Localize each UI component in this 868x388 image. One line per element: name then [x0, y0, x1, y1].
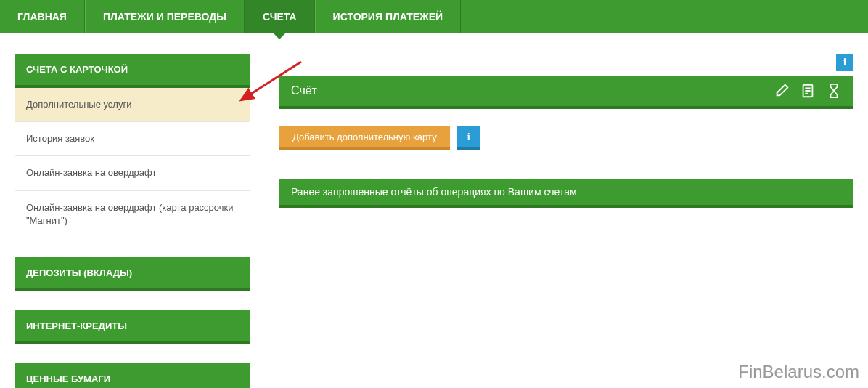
add-card-button[interactable]: Добавить дополнительную карту: [279, 126, 450, 150]
account-icons: [774, 83, 842, 99]
nav-history[interactable]: ИСТОРИЯ ПЛАТЕЖЕЙ: [315, 0, 462, 33]
sidebar-item-request-history[interactable]: История заявок: [15, 122, 250, 156]
sidebar: СЧЕТА С КАРТОЧКОЙ Дополнительные услуги …: [15, 54, 250, 388]
sidebar-item-additional-services[interactable]: Дополнительные услуги: [15, 88, 250, 122]
nav-payments[interactable]: ПЛАТЕЖИ И ПЕРЕВОДЫ: [85, 0, 245, 33]
account-label: Счёт: [291, 84, 317, 97]
sidebar-block-securities[interactable]: ЦЕННЫЕ БУМАГИ: [15, 363, 250, 388]
sidebar-item-overdraft-magnit[interactable]: Онлайн-заявка на овердрафт (карта рассро…: [15, 191, 250, 238]
sidebar-header-cards[interactable]: СЧЕТА С КАРТОЧКОЙ: [15, 54, 250, 88]
nav-main[interactable]: ГЛАВНАЯ: [0, 0, 85, 33]
reports-bar: Ранее запрошенные отчёты об операциях по…: [279, 179, 853, 208]
edit-icon[interactable]: [774, 83, 790, 99]
sidebar-block-credits[interactable]: ИНТЕРНЕТ-КРЕДИТЫ: [15, 310, 250, 344]
account-bar: Счёт: [279, 76, 853, 109]
add-card-info-button[interactable]: i: [457, 126, 480, 150]
hourglass-icon[interactable]: [826, 83, 842, 99]
sidebar-block-deposits[interactable]: ДЕПОЗИТЫ (ВКЛАДЫ): [15, 257, 250, 291]
info-badge-top[interactable]: i: [836, 54, 853, 71]
top-nav: ГЛАВНАЯ ПЛАТЕЖИ И ПЕРЕВОДЫ СЧЕТА ИСТОРИЯ…: [0, 0, 868, 33]
main-content: i Счёт Добавить дополнит: [279, 54, 853, 388]
document-icon[interactable]: [800, 83, 816, 99]
watermark: FinBelarus.com: [738, 362, 859, 382]
nav-accounts[interactable]: СЧЕТА: [245, 0, 315, 33]
sidebar-item-overdraft[interactable]: Онлайн-заявка на овердрафт: [15, 156, 250, 190]
